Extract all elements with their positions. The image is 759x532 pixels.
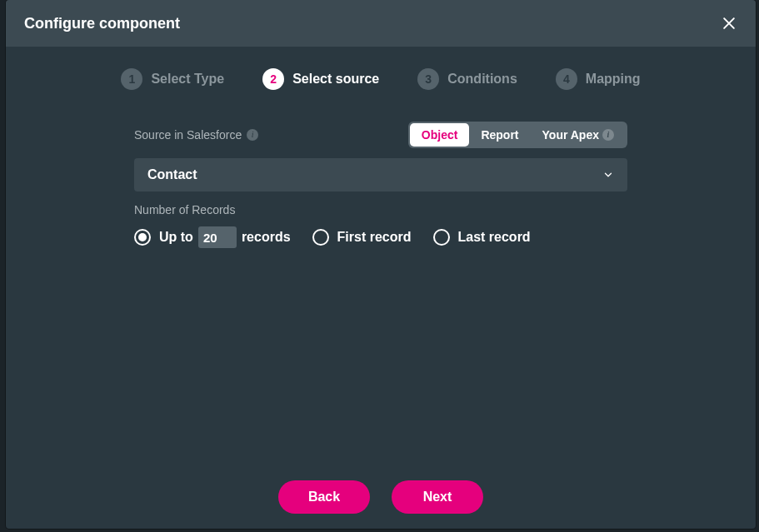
source-object-value: Contact: [147, 167, 197, 182]
modal-header: Configure component: [6, 0, 756, 47]
records-option-first[interactable]: First record: [312, 229, 412, 246]
records-option-last[interactable]: Last record: [433, 229, 531, 246]
radio-icon: [433, 229, 450, 246]
step-number: 1: [121, 68, 142, 90]
source-tab-object[interactable]: Object: [410, 123, 470, 147]
back-button[interactable]: Back: [278, 480, 370, 514]
info-icon[interactable]: i: [247, 129, 258, 141]
source-type-segmented: Object Report Your Apex i: [408, 122, 627, 148]
step-number: 2: [262, 68, 284, 90]
radio-icon: [134, 229, 151, 246]
records-option-upto-label: Up to records: [159, 226, 291, 248]
configure-component-modal: Configure component 1 Select Type 2 Sele…: [6, 0, 756, 529]
close-icon: [721, 15, 737, 32]
records-label: Number of Records: [134, 203, 627, 216]
chevron-down-icon: [602, 169, 614, 181]
step-label: Mapping: [586, 72, 641, 87]
source-label: Source in Salesforce i: [134, 128, 258, 142]
source-tab-report[interactable]: Report: [469, 123, 530, 147]
step-label: Conditions: [447, 72, 517, 87]
step-select-source[interactable]: 2 Select source: [262, 68, 379, 90]
modal-body: Source in Salesforce i Object Report You…: [6, 107, 756, 472]
records-option-upto[interactable]: Up to records: [134, 226, 291, 248]
modal-footer: Back Next: [6, 472, 756, 529]
step-label: Select source: [292, 72, 379, 87]
step-number: 3: [417, 68, 439, 90]
upto-prefix: Up to: [159, 230, 193, 245]
records-option-last-label: Last record: [458, 230, 531, 245]
next-button[interactable]: Next: [392, 480, 483, 514]
info-icon: i: [602, 129, 614, 141]
source-row-header: Source in Salesforce i Object Report You…: [134, 122, 627, 148]
step-conditions[interactable]: 3 Conditions: [417, 68, 517, 90]
upto-suffix: records: [242, 230, 291, 245]
wizard-stepper: 1 Select Type 2 Select source 3 Conditio…: [6, 47, 756, 107]
step-mapping[interactable]: 4 Mapping: [556, 68, 641, 90]
records-radio-group: Up to records First record Last record: [134, 226, 627, 248]
records-option-first-label: First record: [337, 230, 412, 245]
modal-title: Configure component: [24, 15, 180, 32]
radio-icon: [312, 229, 329, 246]
step-label: Select Type: [151, 72, 224, 87]
records-count-input[interactable]: [198, 226, 237, 248]
source-object-select[interactable]: Contact: [134, 158, 627, 191]
step-select-type[interactable]: 1 Select Type: [121, 68, 224, 90]
source-tab-your-apex-label: Your Apex: [542, 128, 599, 142]
source-label-text: Source in Salesforce: [134, 128, 242, 142]
close-button[interactable]: [717, 12, 741, 35]
step-number: 4: [556, 68, 577, 90]
source-tab-your-apex[interactable]: Your Apex i: [531, 123, 626, 147]
